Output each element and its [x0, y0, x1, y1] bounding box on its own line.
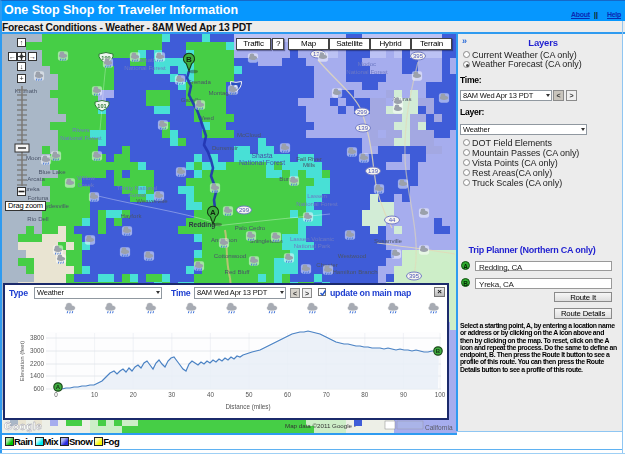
svg-text:Distance (miles): Distance (miles): [225, 403, 270, 411]
svg-text:Palo Cedro: Palo Cedro: [235, 224, 266, 231]
svg-text:600: 600: [33, 385, 44, 392]
svg-text:Westwood: Westwood: [338, 252, 366, 259]
svg-text:10: 10: [91, 391, 99, 398]
svg-text:A: A: [56, 384, 61, 390]
svg-text:National Forest: National Forest: [296, 200, 338, 207]
svg-text:Shasta: Shasta: [251, 152, 272, 159]
svg-text:20: 20: [130, 391, 138, 398]
svg-text:California: California: [421, 424, 452, 431]
svg-text:395: 395: [409, 273, 420, 279]
svg-text:Redding: Redding: [189, 221, 215, 229]
svg-text:40: 40: [207, 391, 215, 398]
svg-text:A: A: [210, 208, 216, 217]
svg-text:139: 139: [368, 168, 379, 174]
svg-text:299: 299: [239, 207, 250, 213]
svg-text:139: 139: [358, 125, 369, 131]
svg-text:0: 0: [54, 391, 58, 398]
svg-text:Mills: Mills: [303, 161, 315, 168]
svg-text:Rio Dell: Rio Dell: [27, 215, 48, 222]
svg-text:Dunsmuir: Dunsmuir: [212, 144, 238, 151]
svg-text:National Forest: National Forest: [346, 68, 388, 75]
svg-text:Lassen: Lassen: [307, 192, 327, 199]
svg-text:Susanville: Susanville: [374, 237, 402, 244]
svg-text:Fortuna: Fortuna: [27, 194, 49, 201]
svg-text:3800: 3800: [30, 334, 45, 341]
svg-text:Red Bluff: Red Bluff: [225, 268, 250, 275]
svg-text:National Forest: National Forest: [60, 134, 102, 141]
svg-text:Hamilton Branch: Hamilton Branch: [332, 268, 377, 275]
svg-text:Elevation (feet): Elevation (feet): [19, 341, 25, 381]
svg-text:90: 90: [400, 391, 408, 398]
svg-text:McCloud: McCloud: [237, 131, 261, 138]
svg-text:2200: 2200: [30, 360, 45, 367]
svg-text:395: 395: [413, 53, 424, 59]
svg-text:299: 299: [357, 109, 368, 115]
svg-text:Rivers: Rivers: [72, 126, 89, 133]
svg-text:101: 101: [97, 103, 106, 109]
svg-text:Blue Lake: Blue Lake: [38, 168, 66, 175]
svg-text:30: 30: [168, 391, 176, 398]
svg-text:National Forest: National Forest: [124, 64, 166, 71]
svg-text:70: 70: [323, 391, 331, 398]
svg-text:National Park: National Park: [294, 242, 332, 249]
svg-text:Trinity National: Trinity National: [117, 184, 157, 191]
svg-text:50: 50: [245, 391, 253, 398]
svg-text:B: B: [436, 348, 441, 354]
svg-text:Modoc: Modoc: [358, 60, 376, 67]
svg-text:Creek: Creek: [78, 181, 95, 188]
svg-text:1400: 1400: [30, 372, 45, 379]
svg-text:100: 100: [435, 391, 446, 398]
svg-text:B: B: [186, 55, 192, 64]
svg-text:National Forest: National Forest: [239, 159, 285, 166]
svg-text:Lassen Volcanic: Lassen Volcanic: [290, 235, 334, 242]
svg-text:Hayfork: Hayfork: [121, 212, 143, 219]
svg-text:80: 80: [361, 391, 369, 398]
svg-text:3000: 3000: [30, 347, 45, 354]
svg-text:Cottonwood: Cottonwood: [214, 252, 247, 259]
svg-text:60: 60: [284, 391, 292, 398]
svg-text:44: 44: [389, 217, 396, 223]
svg-text:Willow: Willow: [77, 174, 95, 181]
svg-text:Map data ©2011 Google -: Map data ©2011 Google -: [285, 422, 356, 429]
